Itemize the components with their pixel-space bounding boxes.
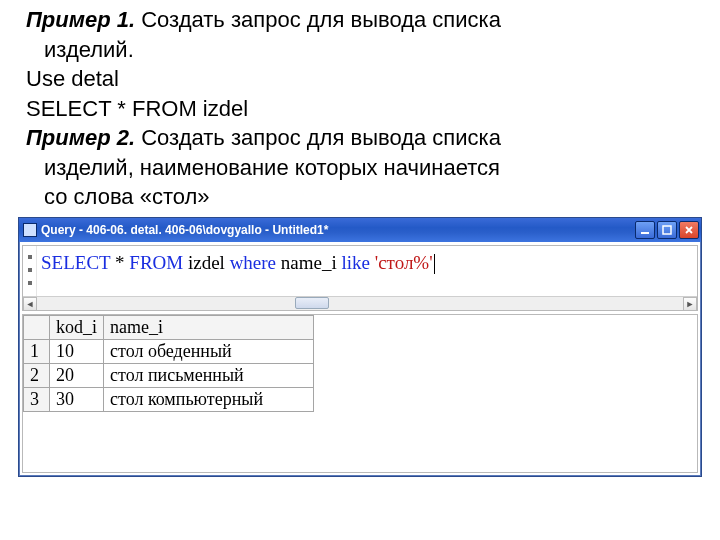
cell-kod_i: 10 bbox=[50, 339, 104, 363]
example2-text-2: изделий, наименование которых начинается bbox=[26, 154, 710, 182]
row-number: 1 bbox=[24, 339, 50, 363]
sql-string-literal: 'стол%' bbox=[375, 252, 433, 273]
example1-text-2: изделий. bbox=[26, 36, 710, 64]
editor-gutter bbox=[23, 246, 37, 296]
svg-rect-1 bbox=[663, 226, 671, 234]
example1-label: Пример 1. bbox=[26, 7, 135, 32]
example1-text-1: Создать запрос для вывода списка bbox=[135, 7, 501, 32]
svg-rect-0 bbox=[641, 232, 649, 234]
grid-corner bbox=[24, 315, 50, 339]
example2-label: Пример 2. bbox=[26, 125, 135, 150]
query-window: Query - 406-06. detal. 406-06\dovgyallo … bbox=[18, 217, 702, 477]
maximize-button[interactable] bbox=[657, 221, 677, 239]
table-row[interactable]: 3 30 стол компьютерный bbox=[24, 387, 314, 411]
scroll-thumb[interactable] bbox=[295, 297, 329, 309]
cell-name_i: стол письменный bbox=[104, 363, 314, 387]
table-row[interactable]: 1 10 стол обеденный bbox=[24, 339, 314, 363]
editor-scrollbar[interactable]: ◄ ► bbox=[23, 296, 697, 310]
app-icon bbox=[23, 223, 37, 237]
scroll-track[interactable] bbox=[37, 297, 683, 310]
sql-editor[interactable]: SELECT * FROM izdel where name_i like 'с… bbox=[22, 245, 698, 311]
kw-like: like bbox=[341, 252, 370, 273]
example2-text-3: со слова «стол» bbox=[26, 183, 710, 211]
window-titlebar[interactable]: Query - 406-06. detal. 406-06\dovgyallo … bbox=[19, 218, 701, 242]
column-header-name_i[interactable]: name_i bbox=[104, 315, 314, 339]
column-header-kod_i[interactable]: kod_i bbox=[50, 315, 104, 339]
table-row[interactable]: 2 20 стол письменный bbox=[24, 363, 314, 387]
cell-name_i: стол компьютерный bbox=[104, 387, 314, 411]
cell-name_i: стол обеденный bbox=[104, 339, 314, 363]
scroll-right-icon[interactable]: ► bbox=[683, 297, 697, 311]
code-use-detal: Use detal bbox=[26, 65, 710, 93]
sql-column: name_i bbox=[276, 252, 341, 273]
close-button[interactable] bbox=[679, 221, 699, 239]
code-select-izdel: SELECT * FROM izdel bbox=[26, 95, 710, 123]
scroll-left-icon[interactable]: ◄ bbox=[23, 297, 37, 311]
sql-table: izdel bbox=[183, 252, 229, 273]
minimize-button[interactable] bbox=[635, 221, 655, 239]
result-grid: kod_i name_i 1 10 стол обеденный 2 20 ст… bbox=[22, 314, 698, 473]
kw-select: SELECT bbox=[41, 252, 110, 273]
row-number: 2 bbox=[24, 363, 50, 387]
kw-from: FROM bbox=[129, 252, 183, 273]
example2-text-1: Создать запрос для вывода списка bbox=[135, 125, 501, 150]
row-number: 3 bbox=[24, 387, 50, 411]
sql-text: SELECT * FROM izdel where name_i like 'с… bbox=[41, 252, 691, 275]
text-caret bbox=[434, 254, 435, 274]
cell-kod_i: 30 bbox=[50, 387, 104, 411]
kw-where: where bbox=[230, 252, 276, 273]
cell-kod_i: 20 bbox=[50, 363, 104, 387]
window-title: Query - 406-06. detal. 406-06\dovgyallo … bbox=[41, 223, 635, 237]
sql-star: * bbox=[110, 252, 129, 273]
